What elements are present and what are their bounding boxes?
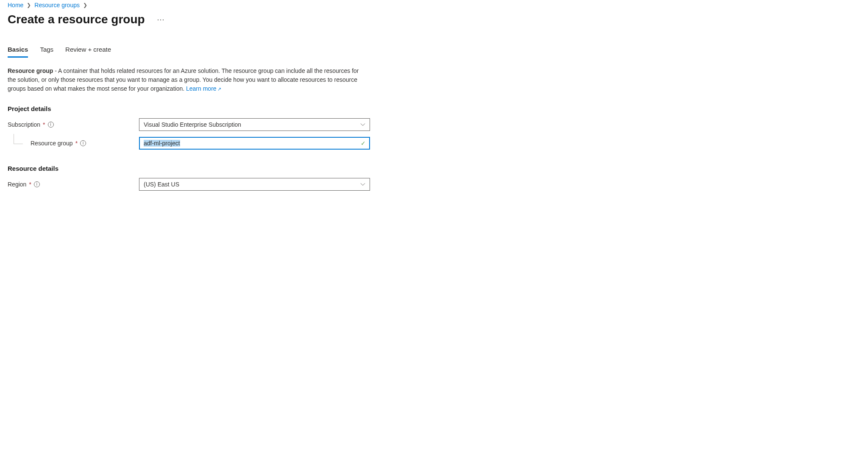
- section-project-details: Project details: [8, 105, 860, 112]
- region-value: (US) East US: [144, 181, 179, 188]
- chevron-right-icon: ❯: [27, 2, 31, 8]
- region-label: Region: [8, 181, 26, 188]
- resource-group-label: Resource group: [31, 140, 73, 147]
- subscription-value: Visual Studio Enterprise Subscription: [144, 121, 241, 128]
- description-text: Resource group - A container that holds …: [8, 67, 359, 93]
- more-actions-button[interactable]: ⋯: [154, 15, 168, 24]
- chevron-right-icon: ❯: [83, 2, 87, 8]
- info-icon[interactable]: i: [34, 181, 40, 187]
- chevron-down-icon: [360, 122, 365, 127]
- learn-more-link[interactable]: Learn more↗: [186, 85, 221, 92]
- tab-basics[interactable]: Basics: [8, 43, 28, 58]
- description-body: - A container that holds related resourc…: [8, 67, 359, 92]
- region-dropdown[interactable]: (US) East US: [139, 178, 370, 191]
- breadcrumb-home[interactable]: Home: [8, 2, 23, 8]
- tab-review-create[interactable]: Review + create: [65, 43, 111, 58]
- resource-group-input[interactable]: [144, 140, 356, 147]
- breadcrumb-resource-groups[interactable]: Resource groups: [34, 2, 80, 8]
- subscription-dropdown[interactable]: Visual Studio Enterprise Subscription: [139, 118, 370, 131]
- tabs: Basics Tags Review + create: [8, 43, 860, 58]
- required-asterisk: *: [29, 181, 31, 188]
- required-asterisk: *: [43, 121, 45, 128]
- tree-elbow-icon: [14, 134, 23, 144]
- resource-group-input-wrap: ✓: [139, 137, 370, 150]
- chevron-down-icon: [360, 182, 365, 187]
- required-asterisk: *: [75, 140, 78, 147]
- page-title: Create a resource group: [8, 13, 145, 26]
- description-lead: Resource group: [8, 67, 53, 74]
- tab-tags[interactable]: Tags: [40, 43, 53, 58]
- subscription-label: Subscription: [8, 121, 40, 128]
- external-link-icon: ↗: [217, 86, 221, 92]
- info-icon[interactable]: i: [80, 140, 86, 146]
- checkmark-icon: ✓: [361, 140, 366, 147]
- info-icon[interactable]: i: [48, 122, 54, 128]
- section-resource-details: Resource details: [8, 165, 860, 172]
- breadcrumb: Home ❯ Resource groups ❯: [8, 2, 860, 8]
